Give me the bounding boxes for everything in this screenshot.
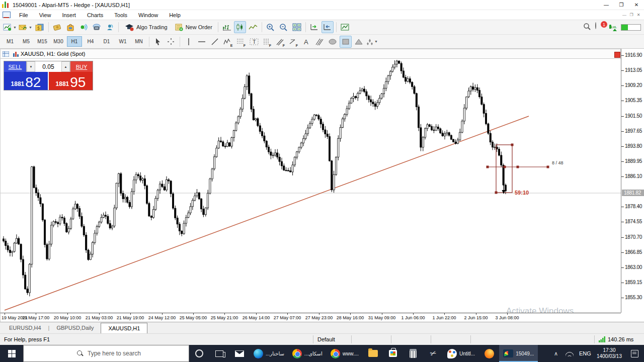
- timeframe-h4[interactable]: H4: [83, 36, 98, 47]
- menu-file[interactable]: File: [14, 11, 34, 19]
- fibo-channel-button[interactable]: F: [274, 36, 286, 48]
- timeframe-w1[interactable]: W1: [115, 36, 130, 47]
- tab-eurusd-h4[interactable]: EURUSD,H4: [2, 322, 48, 333]
- timeframe-m15[interactable]: M15: [35, 36, 50, 47]
- text-button[interactable]: A: [300, 36, 312, 48]
- search-icon[interactable]: [583, 23, 591, 32]
- timeframe-m1[interactable]: M1: [3, 36, 18, 47]
- timeframe-d1[interactable]: D1: [99, 36, 114, 47]
- volume-increase-button[interactable]: ▲: [61, 61, 70, 72]
- tab-xauusd-h1[interactable]: XAUUSD,H1: [101, 323, 147, 333]
- timeframe-mn[interactable]: MN: [131, 36, 146, 47]
- drawing-toolbar: M1M5M15M30H1H4D1W1MN E F T F F: [0, 35, 644, 49]
- buy-price-button[interactable]: 1881 95: [48, 72, 93, 90]
- minimize-icon[interactable]: —: [599, 0, 614, 10]
- auto-scroll-button[interactable]: [308, 21, 320, 33]
- timeframe-h1[interactable]: H1: [67, 36, 82, 47]
- edge-button[interactable]: ...ساختار: [250, 345, 288, 362]
- price-axis[interactable]: 1881.82 1916.901913.051909.201905.351901…: [621, 49, 644, 313]
- elliott-wave-button[interactable]: E: [222, 36, 234, 48]
- calculator-button[interactable]: [403, 345, 423, 362]
- timeframe-m30[interactable]: M30: [51, 36, 66, 47]
- tile-windows-button[interactable]: [291, 21, 303, 33]
- task-view-button[interactable]: [209, 345, 229, 362]
- start-button[interactable]: [0, 345, 23, 362]
- bar-chart-button[interactable]: [221, 21, 233, 33]
- cursor-button[interactable]: [152, 36, 164, 48]
- sell-price-button[interactable]: 1881 82: [4, 72, 48, 90]
- market-icon[interactable]: [64, 21, 76, 33]
- horizontal-line-button[interactable]: [196, 36, 208, 48]
- text-label-button[interactable]: T: [248, 36, 260, 48]
- paint-button[interactable]: Untitl...: [443, 345, 479, 362]
- tray-expand-button[interactable]: ∧: [549, 345, 562, 362]
- menu-window[interactable]: Window: [133, 11, 164, 19]
- new-order-button[interactable]: New Order: [172, 21, 215, 33]
- fibo-timezones-button[interactable]: F: [261, 36, 273, 48]
- taskbar-search-input[interactable]: Type here to search: [23, 345, 189, 362]
- fibo-expansion-button[interactable]: F: [287, 36, 299, 48]
- sell-button[interactable]: SELL: [4, 61, 26, 72]
- indicators-button[interactable]: [339, 21, 351, 33]
- maximize-icon[interactable]: ❐: [614, 0, 629, 10]
- taskbar-clock[interactable]: 17:30 1400/03/13: [594, 345, 625, 362]
- menu-tools[interactable]: Tools: [109, 11, 133, 19]
- rectangle-button[interactable]: [340, 36, 352, 48]
- history-data-button[interactable]: $: [34, 21, 46, 33]
- menu-help[interactable]: Help: [164, 11, 186, 19]
- fibo-retracement-button[interactable]: F: [235, 36, 247, 48]
- child-restore-icon[interactable]: ❐: [628, 13, 635, 17]
- close-icon[interactable]: ✕: [629, 0, 644, 10]
- chrome-button-1[interactable]: ...اسکای: [288, 345, 327, 362]
- language-indicator[interactable]: ENG: [577, 345, 594, 362]
- crosshair-button[interactable]: [165, 36, 177, 48]
- triangle-button[interactable]: [353, 36, 365, 48]
- menu-view[interactable]: View: [34, 11, 57, 19]
- parallel-channel-button[interactable]: [313, 36, 326, 48]
- line-chart-button[interactable]: [247, 21, 259, 33]
- tab-gbpusd-daily[interactable]: GBPUSD,Daily: [49, 322, 101, 333]
- zoom-out-button[interactable]: [278, 21, 290, 33]
- buy-button[interactable]: BUY: [70, 61, 93, 72]
- volume-field[interactable]: 0.05: [35, 61, 61, 72]
- child-minimize-icon[interactable]: —: [621, 13, 628, 17]
- menu-insert[interactable]: Insert: [56, 11, 82, 19]
- community-icon[interactable]: [104, 21, 116, 33]
- notifications-icon[interactable]: 1: [595, 23, 605, 32]
- vps-icon[interactable]: [91, 21, 103, 33]
- chart-shift-button[interactable]: [321, 21, 334, 33]
- new-chart-button[interactable]: ▼: [3, 21, 17, 33]
- chart-window-icon[interactable]: [3, 12, 11, 18]
- time-axis[interactable]: 19 May 202119 May 17:0020 May 10:0021 Ma…: [0, 313, 621, 322]
- title-bar: 15049001 - Alpari-MT5 - Hedge - [XAUUSD,…: [0, 0, 644, 10]
- snipping-tool-button[interactable]: ✂: [423, 345, 443, 362]
- cortana-button[interactable]: [189, 345, 209, 362]
- deposit-icon[interactable]: [51, 21, 63, 33]
- vertical-line-button[interactable]: [183, 36, 195, 48]
- shapes-dropdown-button[interactable]: ▼: [366, 36, 378, 48]
- chart-plot-area[interactable]: SELL ▼ 0.05 ▲ BUY 1881 82 1881 95 8 /: [0, 59, 621, 313]
- signals-icon[interactable]: [77, 21, 90, 33]
- status-profile[interactable]: Default: [313, 335, 351, 343]
- algo-trading-button[interactable]: Algo Trading: [121, 21, 171, 33]
- lvl-gauge-icon[interactable]: LVL: [609, 26, 617, 29]
- ellipse-button[interactable]: [327, 36, 339, 48]
- timeframe-m5[interactable]: M5: [19, 36, 34, 47]
- store-button[interactable]: [383, 345, 403, 362]
- mail-button[interactable]: [229, 345, 250, 362]
- wifi-button[interactable]: [562, 345, 577, 362]
- trendline-button[interactable]: [209, 36, 221, 48]
- child-close-icon[interactable]: ✕: [635, 13, 642, 17]
- firefox-button[interactable]: [479, 345, 499, 362]
- menu-charts[interactable]: Charts: [82, 11, 109, 19]
- time-label: 3 Jun 08:00: [495, 315, 519, 320]
- zoom-in-button[interactable]: [265, 21, 277, 33]
- volume-decrease-button[interactable]: ▼: [27, 61, 35, 72]
- action-center-button[interactable]: [625, 345, 644, 362]
- candlestick-chart-button[interactable]: [234, 21, 246, 33]
- chrome-button-2[interactable]: www....: [327, 345, 363, 362]
- file-explorer-button[interactable]: [363, 345, 383, 362]
- time-label: 26 May 14:00: [243, 315, 270, 320]
- profiles-button[interactable]: ▼: [18, 21, 33, 33]
- alpari-mt5-button[interactable]: 15049...: [499, 345, 538, 362]
